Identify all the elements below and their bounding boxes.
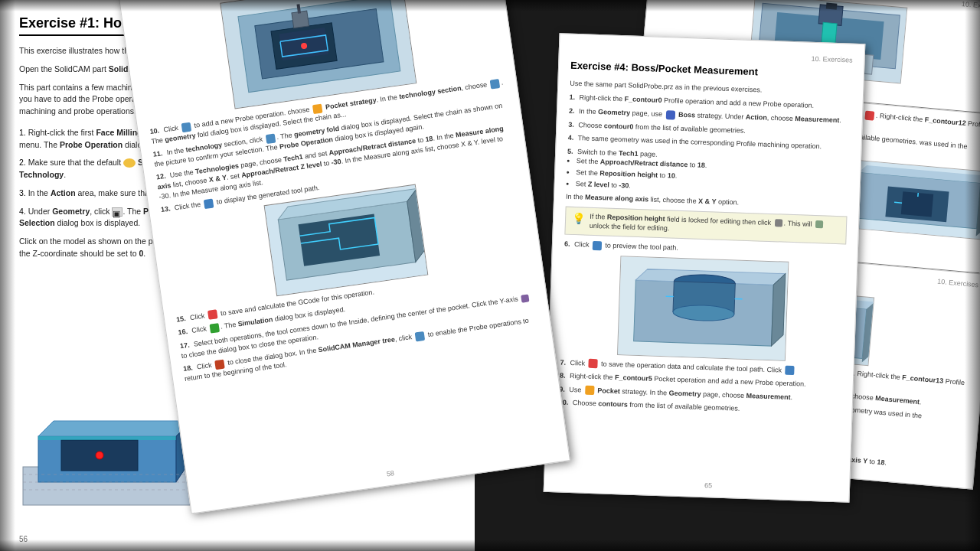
svg-line-48 (894, 202, 902, 203)
top-shadow (0, 0, 980, 11)
bottom-shadow (0, 540, 980, 551)
doc-page-1: 10. Click to add a new Probe operation. … (119, 0, 570, 514)
svg-marker-2 (38, 421, 191, 436)
geometry-btn-icon: ▣ (112, 207, 122, 217)
right-calc-icon (865, 110, 875, 120)
doc1-calc-icon (204, 198, 214, 209)
ex4-pocket-icon (585, 386, 594, 395)
ex4-calc2-icon (785, 366, 794, 375)
doc1-sim-icon (210, 323, 220, 334)
right-edge-shadow (965, 0, 980, 551)
ex4-lock-icon (775, 220, 782, 227)
svg-rect-9 (38, 436, 176, 440)
doc1-cnc-image-mid (264, 184, 429, 296)
pocket-icon (312, 103, 323, 114)
tech-icon (490, 79, 501, 90)
single-point-icon (123, 158, 136, 168)
right-mid-image (845, 159, 980, 240)
ex4-boss-icon (665, 110, 675, 119)
left-edge-shadow (0, 0, 15, 551)
doc1-save-icon (207, 310, 218, 321)
svg-rect-47 (901, 191, 933, 217)
doc1-geo-icon (266, 133, 276, 144)
ex4-preview-icon (593, 240, 602, 249)
doc1-close-icon (214, 360, 225, 370)
add-icon (181, 122, 192, 132)
doc-page-exercise4: 10. Exercises Exercise #4: Boss/Pocket M… (544, 33, 866, 503)
doc1-content: 10. Click to add a new Probe operation. … (133, 0, 540, 383)
ex4-unlock-icon (815, 220, 823, 228)
ex4-step5-bullets: Set the Approach/Retract distance to 18.… (576, 156, 849, 197)
ex4-save-icon (588, 359, 597, 368)
tip-icon: 💡 (572, 211, 586, 227)
svg-rect-16 (292, 11, 309, 28)
tip-text: If the Reposition height field is locked… (590, 211, 841, 240)
page-container: Exercise #1: Home Position This exercise… (0, 0, 980, 551)
doc1-tree-icon (415, 331, 426, 342)
doc1-yaxis-icon (521, 294, 529, 302)
doc1-cnc-image-top (220, 0, 416, 109)
svg-point-5 (96, 452, 103, 459)
ex4-step5: 5. Switch to the Tech1 page. Set the App… (567, 146, 850, 197)
ex4-tip-box: 💡 If the Reposition height field is lock… (564, 206, 847, 244)
ex4-page-num: 65 (556, 476, 861, 496)
ex4-boss-image (617, 256, 789, 361)
